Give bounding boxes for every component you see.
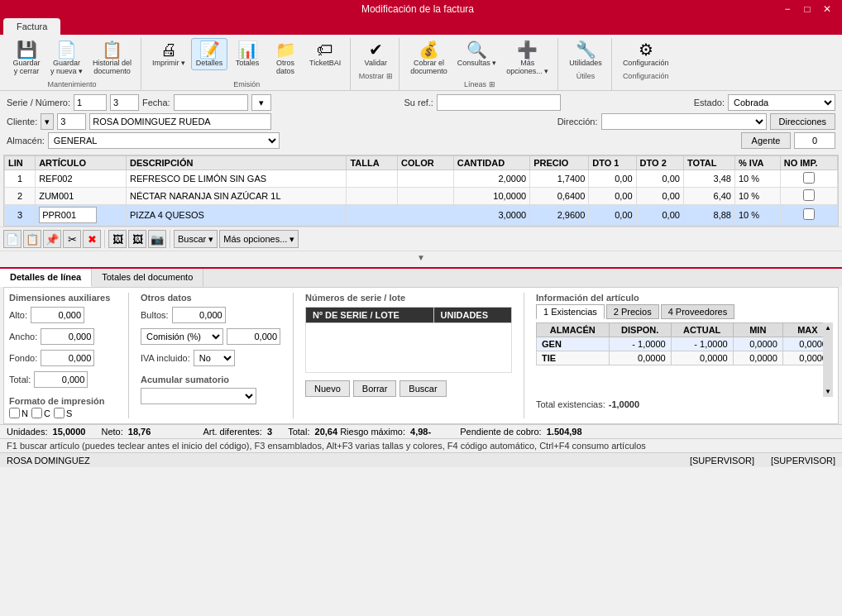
num-serie-col: Números de serie / lote Nº DE SERIE / LO… <box>305 293 512 418</box>
close-button[interactable]: ✕ <box>819 1 835 17</box>
cut-button[interactable]: ✂ <box>63 230 81 248</box>
su-ref-input[interactable] <box>437 94 561 111</box>
fecha-dropdown[interactable]: ▾ <box>251 94 271 111</box>
ribbon-group-lineas: 💰 Cobrar eldocumento 🔍 Consultas ▾ ➕ Más… <box>401 38 558 90</box>
direcciones-button[interactable]: Direcciones <box>770 113 835 130</box>
ancho-input[interactable] <box>41 328 94 345</box>
minimize-button[interactable]: − <box>779 1 796 17</box>
direccion-select[interactable] <box>601 113 767 130</box>
totals-icon: 📊 <box>237 41 258 58</box>
estado-select[interactable]: Cobrada <box>728 94 835 111</box>
guardar-cerrar-button[interactable]: 💾 Guardary cerrar <box>8 38 45 79</box>
historial-button[interactable]: 📋 Historial deldocumento <box>89 38 136 79</box>
copy-button[interactable]: 📋 <box>23 230 41 248</box>
alto-input[interactable] <box>31 307 84 323</box>
check-s[interactable] <box>54 408 65 418</box>
ribbon-label-mantenimiento: Mantenimiento <box>48 80 97 90</box>
info-tab-existencias[interactable]: 1 Existencias <box>536 304 605 319</box>
almacen-select[interactable]: GENERAL <box>48 132 280 149</box>
check-c[interactable] <box>31 408 42 418</box>
otros-datos-col: Otros datos Bultos: Comisión (%) IVA inc… <box>141 293 281 418</box>
imprimir-button[interactable]: 🖨 Imprimir ▾ <box>148 38 189 70</box>
ticketbai-button[interactable]: 🏷 TicketBAI <box>305 38 345 70</box>
buscar-serie-button[interactable]: Buscar <box>399 380 446 397</box>
tab-detalles-linea[interactable]: Detalles de línea <box>0 269 92 287</box>
cobrar-button[interactable]: 💰 Cobrar eldocumento <box>406 38 452 79</box>
numero-input[interactable] <box>110 94 139 111</box>
otros-datos-title: Otros datos <box>141 293 281 303</box>
mas-opciones-ribbon-button[interactable]: ➕ Másopciones... ▾ <box>502 38 553 79</box>
inv-col-min: MIN <box>733 323 782 337</box>
ribbon-label-mostrar: Mostrar ⊞ <box>359 72 393 82</box>
bultos-input[interactable] <box>172 307 226 323</box>
check-c-label: C <box>31 408 50 418</box>
info-tab-precios[interactable]: 2 Precios <box>606 304 659 319</box>
agente-button[interactable]: Agente <box>741 132 791 149</box>
cliente-nombre-input[interactable] <box>89 113 271 130</box>
consultas-icon: 🔍 <box>466 41 487 58</box>
total-dim-input[interactable] <box>34 371 88 388</box>
art-diferentes-value: 3 <box>267 427 272 437</box>
col-cantidad: CANTIDAD <box>453 156 529 170</box>
dimensiones-col: Dimensiones auxiliares Alto: Ancho: Fond… <box>9 293 117 418</box>
consultas-button[interactable]: 🔍 Consultas ▾ <box>453 38 501 70</box>
borrar-serie-button[interactable]: Borrar <box>353 380 397 397</box>
configuracion-button[interactable]: ⚙ Configuración <box>619 38 673 70</box>
info-tab-proveedores[interactable]: 4 Proveedores <box>661 304 735 319</box>
inv-table-row: TIE0,00000,00000,00000,0000 <box>537 351 833 365</box>
window-title: Modificación de la factura <box>56 3 779 15</box>
validate-icon: ✔ <box>369 41 383 58</box>
save-new-icon: 📄 <box>56 41 77 58</box>
title-bar: Modificación de la factura − □ ✕ <box>0 0 842 18</box>
guardar-nueva-button[interactable]: 📄 Guardary nueva ▾ <box>46 38 87 79</box>
noimp-checkbox[interactable] <box>803 189 815 201</box>
buscar-button[interactable]: Buscar ▾ <box>174 230 218 248</box>
restore-button[interactable]: □ <box>799 1 816 17</box>
table-row[interactable]: 1REF002REFRESCO DE LIMÓN SIN GAS2,00001,… <box>5 170 838 188</box>
check-n[interactable] <box>9 408 20 418</box>
pendiente-value: 1.504,98 <box>547 427 582 437</box>
window-controls: − □ ✕ <box>779 1 835 17</box>
totales-button[interactable]: 📊 Totales <box>229 38 266 70</box>
main-table-wrapper: LIN ARTÍCULO DESCRIPCIÓN TALLA COLOR CAN… <box>3 155 839 227</box>
col-lin: LIN <box>5 156 36 170</box>
cliente-label: Cliente: <box>7 117 37 127</box>
acumular-select[interactable] <box>141 388 256 404</box>
fecha-input[interactable] <box>174 94 248 111</box>
paste-button[interactable]: 📌 <box>43 230 61 248</box>
comision-input[interactable] <box>227 328 280 345</box>
direccion-label: Dirección: <box>557 117 598 127</box>
divider-2 <box>293 293 294 418</box>
cliente-id-input[interactable] <box>57 113 86 130</box>
image3-button[interactable]: 📷 <box>148 230 166 248</box>
image1-button[interactable]: 🖼 <box>108 230 127 248</box>
inv-scrollbar[interactable]: ▲ ▼ <box>823 322 833 397</box>
iva-incluido-select[interactable]: No Sí <box>194 350 235 366</box>
add-row-button[interactable]: 📄 <box>3 230 22 248</box>
fondo-input[interactable] <box>41 350 94 366</box>
validar-button[interactable]: ✔ Validar <box>357 38 394 70</box>
noimp-checkbox[interactable] <box>803 208 815 220</box>
table-row[interactable]: 2ZUM001NÉCTAR NARANJA SIN AZÚCAR 1L10,00… <box>5 188 838 205</box>
status-role2: [SUPERVISOR] <box>771 456 835 466</box>
noimp-checkbox[interactable] <box>803 172 815 184</box>
mas-opciones-button[interactable]: Más opciones... ▾ <box>219 230 299 248</box>
cliente-dropdown-button[interactable]: ▾ <box>41 113 54 130</box>
delete-button[interactable]: ✖ <box>83 230 101 248</box>
image2-button[interactable]: 🖼 <box>128 230 146 248</box>
table-row[interactable]: 3PIZZA 4 QUESOS3,00002,96000,000,008,881… <box>5 205 838 226</box>
col-dto1: DTO 1 <box>589 156 636 170</box>
tab-totales-documento[interactable]: Totales del documento <box>92 269 203 287</box>
detalles-button[interactable]: 📝 Detalles <box>191 38 227 70</box>
otros-datos-button[interactable]: 📁 Otrosdatos <box>267 38 304 79</box>
tab-factura[interactable]: Factura <box>3 18 60 35</box>
articulo-input[interactable] <box>39 207 97 223</box>
ribbon-group-mostrar: ✔ Validar Mostrar ⊞ <box>352 38 399 90</box>
utilidades-button[interactable]: 🔧 Utilidades <box>565 38 606 70</box>
comision-type-select[interactable]: Comisión (%) <box>141 328 223 345</box>
bottom-info-bar: Unidades: 15,0000 Neto: 18,76 Art. difer… <box>0 424 842 438</box>
serie-input[interactable] <box>74 94 107 111</box>
agente-value[interactable] <box>794 132 835 149</box>
details-icon: 📝 <box>199 41 220 58</box>
nuevo-serie-button[interactable]: Nuevo <box>305 380 350 397</box>
